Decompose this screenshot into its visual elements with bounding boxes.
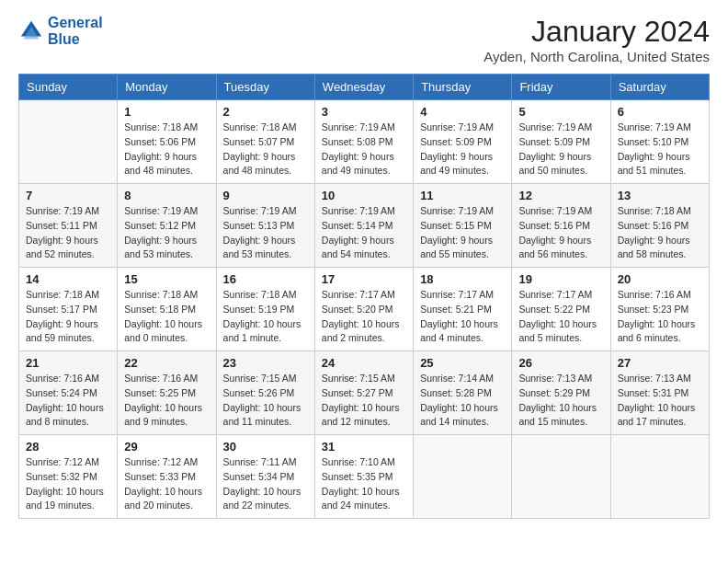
month-title: January 2024 bbox=[483, 15, 710, 49]
day-number: 14 bbox=[26, 272, 110, 286]
calendar-cell: 20 Sunrise: 7:16 AMSunset: 5:23 PMDaylig… bbox=[610, 268, 709, 351]
weekday-header-friday: Friday bbox=[512, 75, 610, 100]
day-number: 28 bbox=[26, 440, 110, 454]
calendar-cell: 17 Sunrise: 7:17 AMSunset: 5:20 PMDaylig… bbox=[314, 268, 413, 351]
calendar-cell: 7 Sunrise: 7:19 AMSunset: 5:11 PMDayligh… bbox=[19, 184, 118, 268]
calendar-cell: 28 Sunrise: 7:12 AMSunset: 5:32 PMDaylig… bbox=[19, 435, 118, 519]
day-number: 23 bbox=[223, 356, 308, 370]
day-detail: Sunrise: 7:18 AMSunset: 5:07 PMDaylight:… bbox=[223, 121, 297, 176]
day-detail: Sunrise: 7:11 AMSunset: 5:34 PMDaylight:… bbox=[223, 456, 301, 511]
day-detail: Sunrise: 7:14 AMSunset: 5:28 PMDaylight:… bbox=[420, 373, 498, 427]
logo: General Blue bbox=[18, 15, 103, 48]
day-detail: Sunrise: 7:10 AMSunset: 5:35 PMDaylight:… bbox=[322, 456, 400, 511]
calendar-cell: 10 Sunrise: 7:19 AMSunset: 5:14 PMDaylig… bbox=[314, 184, 413, 268]
day-number: 20 bbox=[618, 272, 702, 286]
day-number: 29 bbox=[124, 440, 209, 454]
day-detail: Sunrise: 7:16 AMSunset: 5:23 PMDaylight:… bbox=[618, 289, 696, 343]
day-detail: Sunrise: 7:19 AMSunset: 5:09 PMDaylight:… bbox=[518, 121, 592, 176]
weekday-header-tuesday: Tuesday bbox=[216, 75, 314, 100]
weekday-header-saturday: Saturday bbox=[610, 75, 709, 100]
day-detail: Sunrise: 7:18 AMSunset: 5:18 PMDaylight:… bbox=[124, 289, 202, 343]
weekday-header-wednesday: Wednesday bbox=[314, 75, 413, 100]
day-number: 31 bbox=[322, 440, 406, 454]
day-detail: Sunrise: 7:18 AMSunset: 5:16 PMDaylight:… bbox=[618, 205, 691, 259]
day-detail: Sunrise: 7:18 AMSunset: 5:19 PMDaylight:… bbox=[223, 289, 301, 343]
calendar-cell bbox=[512, 435, 610, 519]
page-header: General Blue January 2024 Ayden, North C… bbox=[18, 15, 710, 64]
day-number: 6 bbox=[618, 105, 702, 119]
logo-icon bbox=[18, 18, 44, 44]
calendar-cell: 15 Sunrise: 7:18 AMSunset: 5:18 PMDaylig… bbox=[118, 268, 216, 351]
weekday-header-monday: Monday bbox=[118, 75, 216, 100]
weekday-header-thursday: Thursday bbox=[414, 75, 512, 100]
calendar-cell: 30 Sunrise: 7:11 AMSunset: 5:34 PMDaylig… bbox=[216, 435, 314, 519]
day-detail: Sunrise: 7:17 AMSunset: 5:21 PMDaylight:… bbox=[420, 289, 498, 343]
calendar-cell: 22 Sunrise: 7:16 AMSunset: 5:25 PMDaylig… bbox=[118, 351, 216, 435]
calendar-cell: 31 Sunrise: 7:10 AMSunset: 5:35 PMDaylig… bbox=[314, 435, 413, 519]
calendar-cell: 8 Sunrise: 7:19 AMSunset: 5:12 PMDayligh… bbox=[118, 184, 216, 268]
day-detail: Sunrise: 7:19 AMSunset: 5:12 PMDaylight:… bbox=[124, 205, 198, 259]
calendar-cell: 1 Sunrise: 7:18 AMSunset: 5:06 PMDayligh… bbox=[118, 100, 216, 184]
calendar-cell: 19 Sunrise: 7:17 AMSunset: 5:22 PMDaylig… bbox=[512, 268, 610, 351]
day-number: 25 bbox=[420, 356, 505, 370]
calendar-cell: 9 Sunrise: 7:19 AMSunset: 5:13 PMDayligh… bbox=[216, 184, 314, 268]
day-detail: Sunrise: 7:19 AMSunset: 5:14 PMDaylight:… bbox=[322, 205, 395, 259]
weekday-header-row: SundayMondayTuesdayWednesdayThursdayFrid… bbox=[19, 75, 710, 100]
calendar-cell: 26 Sunrise: 7:13 AMSunset: 5:29 PMDaylig… bbox=[512, 351, 610, 435]
calendar-cell: 23 Sunrise: 7:15 AMSunset: 5:26 PMDaylig… bbox=[216, 351, 314, 435]
calendar-cell: 14 Sunrise: 7:18 AMSunset: 5:17 PMDaylig… bbox=[19, 268, 118, 351]
day-number: 22 bbox=[124, 356, 209, 370]
day-number: 17 bbox=[322, 272, 406, 286]
day-detail: Sunrise: 7:19 AMSunset: 5:11 PMDaylight:… bbox=[26, 205, 99, 259]
day-detail: Sunrise: 7:18 AMSunset: 5:17 PMDaylight:… bbox=[26, 289, 99, 343]
calendar-week-1: 1 Sunrise: 7:18 AMSunset: 5:06 PMDayligh… bbox=[19, 100, 710, 184]
day-number: 27 bbox=[618, 356, 702, 370]
day-number: 8 bbox=[124, 189, 209, 202]
calendar-week-3: 14 Sunrise: 7:18 AMSunset: 5:17 PMDaylig… bbox=[19, 268, 710, 351]
day-number: 30 bbox=[223, 440, 308, 454]
day-number: 16 bbox=[223, 272, 308, 286]
day-detail: Sunrise: 7:19 AMSunset: 5:09 PMDaylight:… bbox=[420, 121, 494, 176]
day-detail: Sunrise: 7:16 AMSunset: 5:25 PMDaylight:… bbox=[124, 373, 202, 427]
day-detail: Sunrise: 7:17 AMSunset: 5:20 PMDaylight:… bbox=[322, 289, 400, 343]
calendar-cell: 13 Sunrise: 7:18 AMSunset: 5:16 PMDaylig… bbox=[610, 184, 709, 268]
calendar-cell: 6 Sunrise: 7:19 AMSunset: 5:10 PMDayligh… bbox=[610, 100, 709, 184]
calendar-cell: 25 Sunrise: 7:14 AMSunset: 5:28 PMDaylig… bbox=[414, 351, 512, 435]
calendar-cell: 24 Sunrise: 7:15 AMSunset: 5:27 PMDaylig… bbox=[314, 351, 413, 435]
title-block: January 2024 Ayden, North Carolina, Unit… bbox=[483, 15, 710, 64]
day-number: 2 bbox=[223, 105, 308, 119]
day-detail: Sunrise: 7:16 AMSunset: 5:24 PMDaylight:… bbox=[26, 373, 104, 427]
day-number: 3 bbox=[322, 105, 406, 119]
day-detail: Sunrise: 7:19 AMSunset: 5:10 PMDaylight:… bbox=[618, 121, 691, 176]
calendar-cell: 16 Sunrise: 7:18 AMSunset: 5:19 PMDaylig… bbox=[216, 268, 314, 351]
calendar-cell: 3 Sunrise: 7:19 AMSunset: 5:08 PMDayligh… bbox=[314, 100, 413, 184]
day-number: 12 bbox=[518, 189, 603, 202]
day-number: 1 bbox=[124, 105, 209, 119]
day-detail: Sunrise: 7:13 AMSunset: 5:31 PMDaylight:… bbox=[618, 373, 696, 427]
day-detail: Sunrise: 7:12 AMSunset: 5:33 PMDaylight:… bbox=[124, 456, 202, 511]
calendar-cell bbox=[19, 100, 118, 184]
day-detail: Sunrise: 7:19 AMSunset: 5:08 PMDaylight:… bbox=[322, 121, 395, 176]
day-detail: Sunrise: 7:19 AMSunset: 5:15 PMDaylight:… bbox=[420, 205, 494, 259]
day-number: 15 bbox=[124, 272, 209, 286]
calendar-cell: 18 Sunrise: 7:17 AMSunset: 5:21 PMDaylig… bbox=[414, 268, 512, 351]
calendar-cell: 4 Sunrise: 7:19 AMSunset: 5:09 PMDayligh… bbox=[414, 100, 512, 184]
logo-text: General Blue bbox=[48, 15, 103, 48]
day-detail: Sunrise: 7:15 AMSunset: 5:27 PMDaylight:… bbox=[322, 373, 400, 427]
day-number: 4 bbox=[420, 105, 505, 119]
calendar-week-5: 28 Sunrise: 7:12 AMSunset: 5:32 PMDaylig… bbox=[19, 435, 710, 519]
day-detail: Sunrise: 7:19 AMSunset: 5:13 PMDaylight:… bbox=[223, 205, 297, 259]
calendar-table: SundayMondayTuesdayWednesdayThursdayFrid… bbox=[18, 74, 710, 519]
day-number: 11 bbox=[420, 189, 505, 202]
day-number: 7 bbox=[26, 189, 110, 202]
calendar-cell: 29 Sunrise: 7:12 AMSunset: 5:33 PMDaylig… bbox=[118, 435, 216, 519]
day-number: 18 bbox=[420, 272, 505, 286]
day-number: 10 bbox=[322, 189, 406, 202]
day-detail: Sunrise: 7:17 AMSunset: 5:22 PMDaylight:… bbox=[518, 289, 597, 343]
day-number: 26 bbox=[518, 356, 603, 370]
day-detail: Sunrise: 7:12 AMSunset: 5:32 PMDaylight:… bbox=[26, 456, 104, 511]
calendar-cell: 12 Sunrise: 7:19 AMSunset: 5:16 PMDaylig… bbox=[512, 184, 610, 268]
day-detail: Sunrise: 7:13 AMSunset: 5:29 PMDaylight:… bbox=[518, 373, 597, 427]
location: Ayden, North Carolina, United States bbox=[483, 49, 710, 64]
day-detail: Sunrise: 7:19 AMSunset: 5:16 PMDaylight:… bbox=[518, 205, 592, 259]
